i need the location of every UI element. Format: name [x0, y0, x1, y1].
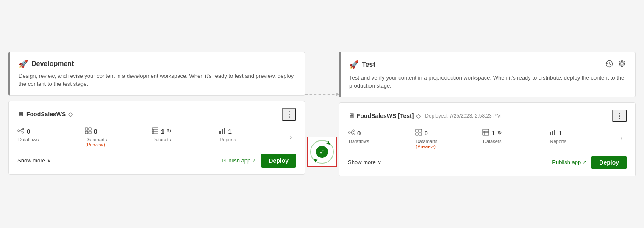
- settings-icon: [618, 60, 626, 68]
- dataflows-icon-test: [348, 129, 355, 137]
- sync-arrow-bottom-icon: ▶: [312, 157, 318, 163]
- test-datasets-label: Datasets: [482, 139, 501, 144]
- diamond-icon-dev: ◇: [68, 111, 73, 118]
- dev-publish-app-button[interactable]: Publish app ↗: [222, 157, 256, 164]
- workspace-icon-dev: 🖥: [17, 110, 24, 118]
- dev-datasets-value: 1: [161, 128, 164, 135]
- svg-rect-4: [89, 128, 91, 130]
- development-stage-header: 🚀 Development Design, review, and revise…: [8, 52, 305, 96]
- sync-outer-ring: ▶ ✓ ▶: [310, 140, 334, 164]
- test-reports-value: 1: [559, 129, 562, 137]
- test-dataflows-value: 0: [357, 129, 361, 137]
- test-datasets-metric: 1 ↻ Datasets: [482, 129, 550, 144]
- test-workspace-name: FoodSalesWS [Test]: [357, 113, 414, 119]
- svg-point-1: [22, 128, 24, 130]
- test-settings-button[interactable]: [617, 59, 627, 70]
- svg-rect-19: [419, 129, 422, 132]
- svg-rect-26: [550, 132, 551, 135]
- refresh-icon-test-datasets[interactable]: ↻: [497, 130, 502, 136]
- svg-rect-18: [416, 129, 418, 132]
- test-deploy-button[interactable]: Deploy: [591, 156, 627, 169]
- test-dataflows-metric: 0 Dataflows: [348, 129, 415, 144]
- test-workspace-card: 🖥 FoodSalesWS [Test] ◇ Deployed: 7/25/20…: [339, 102, 636, 176]
- dev-datasets-metric: 1 ↻ Datasets: [152, 127, 219, 142]
- development-more-button[interactable]: ⋮: [282, 108, 296, 121]
- datasets-icon-test: [482, 129, 489, 137]
- chevron-down-icon-test: ∨: [378, 159, 382, 165]
- dataflows-icon-dev: [17, 127, 24, 135]
- svg-point-15: [348, 132, 350, 133]
- dev-metrics-next-arrow[interactable]: ›: [286, 133, 296, 141]
- test-show-more[interactable]: Show more ∨: [348, 159, 382, 165]
- svg-rect-21: [419, 133, 422, 135]
- test-reports-metric: 1 Reports: [550, 129, 617, 144]
- datamarts-icon-dev: [85, 127, 92, 135]
- dev-dataflows-value: 0: [27, 128, 30, 135]
- datamarts-icon-test: [415, 129, 422, 137]
- dev-datasets-label: Datasets: [152, 137, 171, 142]
- development-stage: 🚀 Development Design, review, and revise…: [8, 52, 305, 175]
- test-workspace-footer: Show more ∨ Publish app ↗ Deploy: [348, 156, 627, 169]
- external-link-icon-test: ↗: [583, 159, 586, 165]
- history-icon: [605, 60, 613, 68]
- dev-reports-value: 1: [228, 128, 232, 135]
- diamond-icon-test: ◇: [416, 113, 421, 119]
- dev-show-more[interactable]: Show more ∨: [17, 157, 51, 164]
- test-title-row: 🚀 Test: [349, 59, 627, 70]
- dev-datamarts-value: 0: [94, 128, 97, 135]
- dev-datamarts-label: Datamarts (Preview): [85, 137, 107, 147]
- development-title-row: 🚀 Development: [19, 59, 296, 69]
- connector-area: ▶ ✓ ▶: [305, 52, 339, 167]
- svg-rect-27: [552, 131, 553, 135]
- test-datamarts-value: 0: [425, 129, 428, 137]
- test-deployed-text: Deployed: 7/25/2023, 2:58:23 PM: [425, 113, 501, 119]
- sync-status-box[interactable]: ▶ ✓ ▶: [307, 137, 337, 167]
- dev-reports-label: Reports: [219, 137, 236, 142]
- test-publish-app-button[interactable]: Publish app ↗: [552, 159, 586, 165]
- development-description: Design, review, and revise your content …: [19, 72, 296, 88]
- reports-icon-test: [550, 129, 556, 137]
- test-datamarts-label: Datamarts (Preview): [415, 139, 438, 149]
- svg-rect-11: [219, 131, 221, 134]
- test-more-button[interactable]: ⋮: [612, 110, 627, 122]
- development-workspace-name: FoodSalesWS: [26, 111, 66, 118]
- test-metrics-row: 0 Dataflows 0 Datamarts (Preview): [348, 129, 627, 149]
- svg-point-16: [353, 130, 354, 132]
- dev-datamarts-metric: 0 Datamarts (Preview): [85, 127, 152, 147]
- development-workspace-title: 🖥 FoodSalesWS ◇: [17, 110, 73, 118]
- test-description: Test and verify your content in a prepro…: [349, 74, 627, 90]
- test-stage-header: 🚀 Test Test and verify your content in a…: [339, 52, 636, 97]
- workspace-icon-test: 🖥: [348, 112, 354, 119]
- datasets-icon-dev: [152, 127, 158, 135]
- svg-rect-7: [152, 128, 158, 134]
- dev-reports-metric: 1 Reports: [219, 127, 286, 142]
- svg-rect-3: [85, 128, 88, 130]
- dev-dataflows-metric: 0 Dataflows: [17, 127, 85, 142]
- test-title: Test: [362, 61, 375, 69]
- test-history-button[interactable]: [605, 59, 614, 70]
- svg-rect-20: [416, 133, 418, 135]
- sync-check-icon: ✓: [316, 146, 328, 158]
- test-workspace-header: 🖥 FoodSalesWS [Test] ◇ Deployed: 7/25/20…: [348, 110, 627, 122]
- test-stage: 🚀 Test Test and verify your content in a…: [339, 52, 636, 176]
- svg-point-17: [353, 133, 354, 135]
- svg-point-2: [22, 132, 24, 133]
- sync-arrow-top-icon: ▶: [326, 140, 332, 146]
- svg-rect-6: [89, 131, 91, 134]
- svg-rect-28: [554, 130, 555, 135]
- chevron-down-icon-dev: ∨: [47, 157, 51, 164]
- test-header-icons: [605, 59, 627, 70]
- dev-deploy-button[interactable]: Deploy: [261, 154, 296, 168]
- test-reports-label: Reports: [550, 139, 567, 144]
- svg-point-0: [18, 130, 19, 132]
- test-workspace-title: 🖥 FoodSalesWS [Test] ◇ Deployed: 7/25/20…: [348, 112, 501, 119]
- development-workspace-card: 🖥 FoodSalesWS ◇ ⋮ 0 Dataflows: [8, 101, 305, 175]
- svg-rect-12: [222, 129, 223, 134]
- test-metrics-next-arrow[interactable]: ›: [616, 135, 627, 143]
- development-icon: 🚀: [19, 59, 28, 69]
- development-workspace-header: 🖥 FoodSalesWS ◇ ⋮: [17, 108, 296, 121]
- refresh-icon-dev-datasets[interactable]: ↻: [167, 128, 171, 134]
- test-footer-actions: Publish app ↗ Deploy: [552, 156, 627, 169]
- arrow-connector: [305, 86, 339, 103]
- test-datamarts-metric: 0 Datamarts (Preview): [415, 129, 483, 149]
